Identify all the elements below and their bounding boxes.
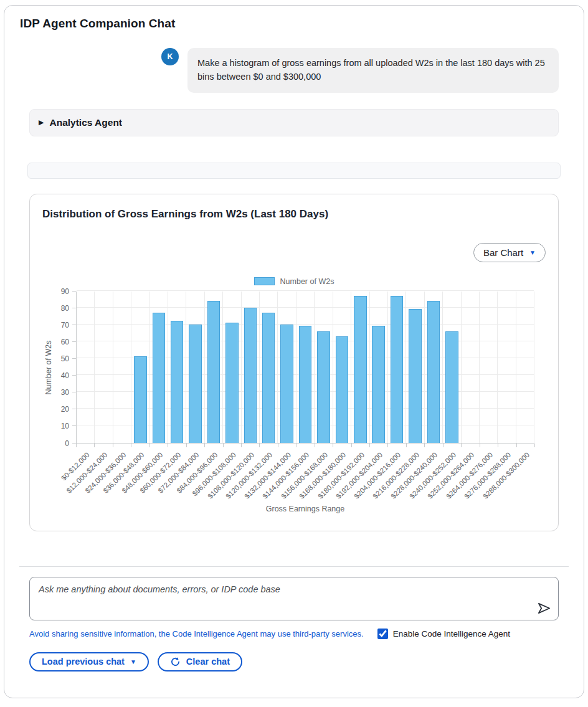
chart-title: Distribution of Gross Earnings from W2s … (42, 208, 546, 221)
chart-legend: Number of W2s (42, 277, 546, 286)
x-axis-labels: $0-$12,000$12,000-$24,000$24,000-$36,000… (76, 444, 534, 503)
bar-column (314, 292, 332, 443)
histogram-bar[interactable] (336, 336, 348, 443)
bar-column (479, 292, 497, 443)
histogram-bar[interactable] (207, 301, 220, 443)
histogram-bar[interactable] (354, 296, 366, 443)
bar-column (149, 292, 168, 443)
bar-column (442, 292, 460, 443)
chat-window: IDP Agent Companion Chat K Make a histog… (4, 5, 584, 698)
bar-column (113, 292, 131, 443)
histogram-bar[interactable] (225, 323, 238, 442)
chart-card: Distribution of Gross Earnings from W2s … (29, 194, 559, 531)
y-axis-title: Number of W2s (42, 292, 55, 444)
x-axis-title: Gross Earnings Range (76, 503, 534, 516)
analytics-agent-label: Analytics Agent (49, 117, 122, 128)
composer (29, 577, 559, 623)
bar-column (333, 292, 351, 443)
code-intelligence-label: Enable Code Intelligence Agent (393, 629, 510, 638)
privacy-notice: Avoid sharing sensitive information, the… (29, 629, 364, 638)
bar-column (351, 292, 369, 443)
bar-column (186, 292, 204, 443)
histogram-bar[interactable] (391, 296, 403, 443)
chevron-down-icon: ▼ (130, 658, 136, 665)
bar-column (497, 292, 515, 443)
plot-area (76, 292, 534, 444)
footer-row: Avoid sharing sensitive information, the… (29, 629, 559, 639)
y-tick-label: 20 (61, 406, 69, 413)
histogram-bar[interactable] (445, 331, 458, 443)
histogram-bar[interactable] (244, 308, 257, 443)
bar-column (424, 292, 442, 443)
bar-column (204, 292, 222, 443)
histogram-bar[interactable] (427, 301, 440, 443)
avatar: K (161, 48, 179, 65)
chart-controls: Bar Chart ▼ (42, 243, 546, 262)
bar-column (387, 292, 405, 443)
bar-chart: Number of W2s 0102030405060708090 $0-$12… (42, 292, 534, 516)
code-intelligence-toggle[interactable]: Enable Code Intelligence Agent (377, 629, 510, 639)
clear-chat-button[interactable]: Clear chat (158, 652, 242, 671)
bar-column (168, 292, 186, 443)
histogram-bar[interactable] (409, 309, 421, 442)
action-buttons: Load previous chat ▼ Clear chat (29, 652, 559, 671)
histogram-bar[interactable] (262, 313, 275, 443)
analytics-agent-toggle[interactable]: ▶ Analytics Agent (29, 109, 559, 136)
histogram-bar[interactable] (372, 326, 384, 442)
bar-column (296, 292, 314, 443)
y-tick-label: 50 (61, 355, 69, 363)
histogram-bar[interactable] (153, 313, 165, 443)
user-message-row: K Make a histogram of gross earnings fro… (161, 48, 559, 93)
bar-column (516, 292, 534, 443)
bar-column (131, 292, 149, 443)
bar-column (94, 292, 112, 443)
chart-type-dropdown[interactable]: Bar Chart ▼ (473, 243, 546, 262)
y-tick-label: 60 (61, 338, 69, 346)
collapsed-section-placeholder[interactable] (27, 163, 561, 179)
y-tick-label: 30 (61, 389, 69, 396)
histogram-bar[interactable] (171, 321, 183, 442)
bar-column (277, 292, 295, 443)
y-tick-label: 70 (61, 321, 69, 329)
y-tick-label: 10 (61, 422, 69, 430)
bar-column (369, 292, 387, 443)
load-previous-chat-button[interactable]: Load previous chat ▼ (29, 652, 149, 671)
bar-column (222, 292, 240, 443)
bar-column (405, 292, 424, 443)
send-icon (537, 601, 551, 615)
y-tick-label: 90 (61, 288, 69, 295)
chevron-down-icon: ▼ (529, 249, 536, 256)
bar-column (241, 292, 259, 443)
histogram-bar[interactable] (317, 331, 330, 443)
histogram-bar[interactable] (299, 326, 311, 442)
user-message-bubble: Make a histogram of gross earnings from … (187, 48, 559, 93)
page-title: IDP Agent Companion Chat (20, 17, 568, 31)
send-button[interactable] (536, 600, 552, 617)
histogram-bar[interactable] (189, 325, 201, 443)
histogram-bar[interactable] (134, 356, 146, 442)
chart-type-value: Bar Chart (483, 247, 523, 258)
chat-input[interactable] (29, 577, 559, 620)
bar-column (259, 292, 277, 443)
y-tick-label: 80 (61, 305, 69, 312)
y-tick-label: 40 (61, 372, 69, 379)
y-tick-label: 0 (65, 440, 69, 447)
legend-label: Number of W2s (280, 277, 334, 286)
bar-column (77, 292, 94, 443)
chevron-right-icon: ▶ (39, 119, 44, 126)
divider (19, 566, 569, 567)
y-axis-ticks: 0102030405060708090 (55, 292, 76, 444)
code-intelligence-checkbox[interactable] (377, 629, 388, 639)
bar-column (461, 292, 479, 443)
legend-swatch (254, 277, 275, 285)
refresh-icon (170, 657, 181, 667)
histogram-bar[interactable] (280, 325, 293, 443)
